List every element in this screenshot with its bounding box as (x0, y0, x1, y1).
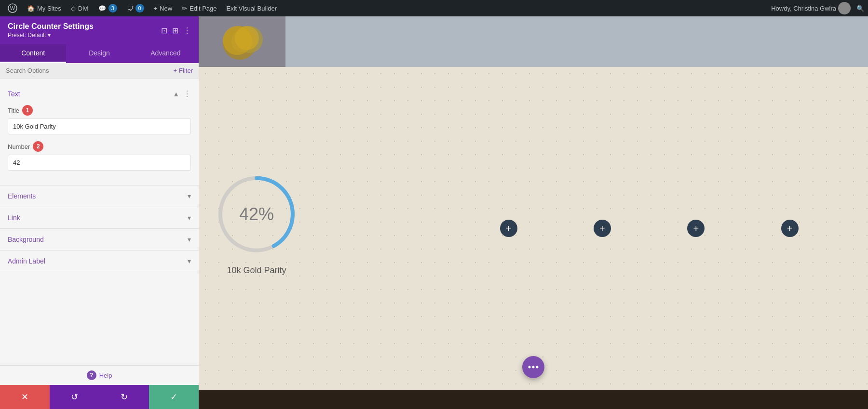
howdy-label: Howdy, Christina Gwira (771, 5, 836, 12)
add-column-button-1[interactable]: + (500, 220, 517, 237)
background-section-title: Background (8, 236, 44, 243)
title-label-text: Title (8, 107, 19, 114)
expand-icon[interactable]: ⊞ (172, 26, 178, 35)
link-section-title: Link (8, 214, 20, 222)
elements-chevron-icon[interactable]: ▾ (188, 192, 191, 200)
svg-point-4 (236, 26, 263, 53)
preset-label[interactable]: Preset: Default ▾ (8, 32, 94, 39)
filter-label: Filter (179, 67, 193, 74)
number-badge: 2 (33, 141, 43, 152)
cancel-button[interactable]: ✕ (0, 385, 50, 409)
panel-title: Circle Counter Settings (8, 22, 94, 31)
my-sites-label: My Sites (37, 5, 61, 12)
action-buttons: ✕ ↺ ↻ ✓ (0, 385, 199, 409)
canvas-background: 42% 10k Gold Parity + + + + (199, 67, 868, 390)
tab-design[interactable]: Design (66, 44, 132, 63)
float-menu-button[interactable] (522, 356, 544, 378)
elements-section-title: Elements (8, 192, 36, 200)
divi-menu[interactable]: ◇ Divi (67, 0, 93, 16)
canvas-footer (199, 390, 868, 409)
new-menu[interactable]: + New (150, 0, 176, 16)
tab-advanced[interactable]: Advanced (133, 44, 199, 63)
comment-count: 3 (108, 4, 117, 13)
sidebar-bottom: ? Help (0, 365, 199, 385)
undo-icon: ↺ (71, 392, 78, 402)
tab-content[interactable]: Content (0, 44, 66, 63)
link-section-header[interactable]: Link ▾ (0, 207, 199, 228)
restore-icon[interactable]: ⊡ (161, 26, 167, 35)
canvas: 42% 10k Gold Parity + + + + (199, 16, 868, 409)
elements-section-header[interactable]: Elements ▾ (0, 185, 199, 207)
edit-page-menu[interactable]: ✏ Edit Page (178, 0, 220, 16)
sidebar-panel: Circle Counter Settings Preset: Default … (0, 16, 199, 409)
plus-icon-4: + (787, 223, 793, 234)
circle-ring: 42% (213, 171, 300, 258)
admin-label-section-header[interactable]: Admin Label ▾ (0, 251, 199, 272)
elements-section: Elements ▾ (0, 185, 199, 207)
search-icon[interactable]: 🔍 (856, 5, 864, 12)
svg-rect-6 (199, 16, 285, 67)
circle-label: 10k Gold Parity (227, 265, 286, 276)
plus-icon: + (154, 5, 158, 12)
background-chevron-icon[interactable]: ▾ (188, 236, 191, 243)
title-field-label: Title 1 (8, 105, 191, 116)
text-section-header[interactable]: Text ▲ ⋮ (0, 82, 199, 105)
add-column-button-3[interactable]: + (687, 220, 705, 237)
sidebar-content: Text ▲ ⋮ Title 1 Number (0, 79, 199, 365)
redo-button[interactable]: ↻ (99, 385, 149, 409)
admin-label-chevron-icon[interactable]: ▾ (188, 257, 191, 265)
plus-icon-3: + (693, 223, 699, 234)
comment-alt-icon: 🗨 (127, 5, 133, 12)
sidebar-tabs: Content Design Advanced (0, 44, 199, 63)
number-input[interactable] (8, 155, 191, 171)
add-column-button-2[interactable]: + (594, 220, 611, 237)
save-button[interactable]: ✓ (149, 385, 199, 409)
sidebar-header: Circle Counter Settings Preset: Default … (0, 16, 199, 44)
preset-arrow: ▾ (48, 32, 51, 39)
new-label: New (160, 5, 172, 12)
background-section: Background ▾ (0, 229, 199, 251)
comment-alt-menu[interactable]: 🗨 0 (123, 0, 148, 16)
svg-text:W: W (10, 5, 15, 11)
text-section: Text ▲ ⋮ Title 1 Number (0, 82, 199, 185)
link-section: Link ▾ (0, 207, 199, 229)
exit-builder-label: Exit Visual Builder (227, 5, 277, 12)
circle-counter-widget: 42% 10k Gold Parity (213, 171, 300, 276)
my-sites-menu[interactable]: 🏠 My Sites (23, 0, 65, 16)
add-column-button-4[interactable]: + (781, 220, 799, 237)
search-input[interactable] (6, 67, 171, 74)
exit-builder-menu[interactable]: Exit Visual Builder (223, 0, 281, 16)
wp-logo[interactable]: W (4, 0, 21, 16)
header-icons: ⊡ ⊞ ⋮ (161, 26, 191, 35)
redo-icon: ↻ (121, 392, 128, 402)
background-section-header[interactable]: Background ▾ (0, 229, 199, 250)
save-icon: ✓ (170, 392, 177, 402)
text-section-title: Text (8, 90, 20, 98)
comments-menu[interactable]: 💬 3 (95, 0, 121, 16)
avatar (838, 2, 851, 14)
collapse-icon[interactable]: ▲ (173, 90, 179, 98)
divi-icon: ◇ (71, 5, 76, 12)
help-button[interactable]: ? Help (87, 370, 112, 380)
undo-button[interactable]: ↺ (50, 385, 99, 409)
svg-point-5 (231, 31, 253, 52)
section-more-icon[interactable]: ⋮ (183, 89, 191, 98)
plus-icon-1: + (506, 223, 512, 234)
preset-text: Preset: Default (8, 32, 46, 39)
home-icon: 🏠 (27, 5, 35, 12)
svg-point-10 (532, 366, 535, 369)
text-section-icons: ▲ ⋮ (173, 89, 191, 98)
filter-button[interactable]: + Filter (174, 67, 193, 74)
cancel-icon: ✕ (21, 392, 28, 402)
admin-bar-right: Howdy, Christina Gwira 🔍 (771, 2, 864, 14)
filter-plus-icon: + (174, 67, 177, 74)
admin-bar: W 🏠 My Sites ◇ Divi 💬 3 🗨 0 + New ✏ Edit… (0, 0, 868, 16)
svg-point-11 (536, 366, 539, 369)
title-input[interactable] (8, 119, 191, 134)
admin-label-section: Admin Label ▾ (0, 251, 199, 272)
link-chevron-icon[interactable]: ▾ (188, 214, 191, 222)
comment-icon: 💬 (98, 5, 106, 12)
number-label-text: Number (8, 143, 30, 150)
more-options-icon[interactable]: ⋮ (183, 26, 191, 35)
divi-label: Divi (78, 5, 89, 12)
